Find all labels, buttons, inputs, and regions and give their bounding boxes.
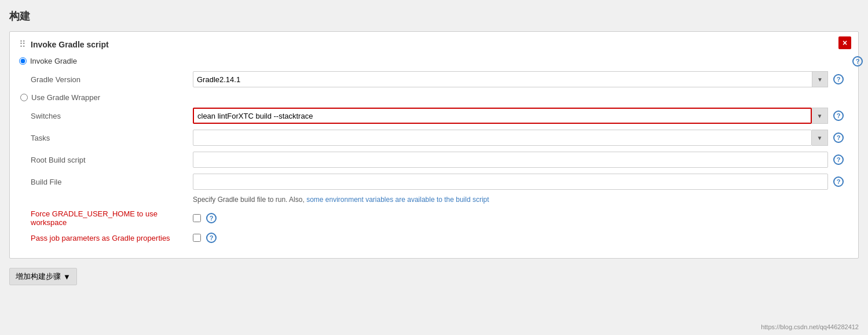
- use-gradle-wrapper-radio[interactable]: [20, 94, 28, 101]
- build-file-row: Build File ?: [19, 174, 849, 190]
- root-build-script-label: Root Build script: [19, 156, 193, 164]
- root-build-script-row: Root Build script ?: [19, 152, 849, 168]
- gradle-version-select-wrapper: Gradle2.14.1 ▼: [193, 71, 828, 87]
- switches-dropdown-btn[interactable]: ▼: [812, 108, 828, 124]
- tasks-input-wrapper: ▼: [193, 130, 828, 146]
- card-title: Invoke Gradle script: [31, 40, 109, 49]
- hint-text-link[interactable]: some environment variables are available…: [306, 196, 489, 204]
- tasks-help-icon[interactable]: ?: [833, 132, 844, 143]
- switches-help-icon[interactable]: ?: [833, 111, 844, 121]
- card-header: ⠿ Invoke Gradle script ×: [19, 39, 849, 50]
- gradle-version-help-wrapper: ?: [828, 74, 849, 84]
- pass-params-checkbox[interactable]: [193, 234, 201, 242]
- pass-params-help-wrapper: ?: [201, 233, 222, 243]
- page-title: 构建: [9, 9, 859, 23]
- pass-params-row: Pass job parameters as Gradle properties…: [19, 233, 849, 243]
- build-file-label: Build File: [19, 178, 193, 186]
- add-step-button[interactable]: 增加构建步骤 ▼: [9, 268, 77, 285]
- build-card: ⠿ Invoke Gradle script × Invoke Gradle ?…: [9, 31, 859, 259]
- switches-input[interactable]: [193, 108, 812, 124]
- pass-params-label: Pass job parameters as Gradle properties: [19, 234, 193, 242]
- invoke-gradle-label: Invoke Gradle: [30, 57, 77, 65]
- force-gradle-row: Force GRADLE_USER_HOME to use workspace …: [19, 209, 849, 227]
- add-step-label: 增加构建步骤: [16, 271, 61, 282]
- switches-control: ▼: [193, 108, 828, 124]
- gradle-version-label: Gradle Version: [19, 75, 193, 84]
- tasks-label: Tasks: [19, 134, 193, 142]
- build-file-help-wrapper: ?: [828, 176, 849, 187]
- switches-label: Switches: [19, 112, 193, 120]
- switches-row: Switches ▼ ?: [19, 108, 849, 124]
- build-file-input[interactable]: [193, 174, 828, 190]
- force-gradle-help-icon[interactable]: ?: [206, 213, 217, 223]
- hint-text-row: Specify Gradle build file to run. Also, …: [19, 196, 849, 204]
- invoke-gradle-radio-row: Invoke Gradle ?: [19, 57, 849, 65]
- close-button[interactable]: ×: [838, 36, 851, 49]
- use-gradle-wrapper-row: Use Gradle Wrapper: [19, 93, 849, 102]
- tasks-dropdown-btn[interactable]: ▼: [812, 130, 828, 146]
- root-build-script-help-wrapper: ?: [828, 154, 849, 165]
- gradle-version-control: Gradle2.14.1 ▼: [193, 71, 828, 87]
- build-card-outer: ⠿ Invoke Gradle script × Invoke Gradle ?…: [9, 31, 859, 259]
- build-file-help-icon[interactable]: ?: [833, 176, 844, 187]
- bottom-bar: 增加构建步骤 ▼: [9, 268, 859, 285]
- root-build-script-help-icon[interactable]: ?: [833, 154, 844, 165]
- force-gradle-label: Force GRADLE_USER_HOME to use workspace: [19, 209, 193, 227]
- drag-handle-icon: ⠿: [19, 39, 26, 50]
- add-step-arrow-icon: ▼: [63, 273, 71, 281]
- tasks-help-wrapper: ?: [828, 132, 849, 143]
- hint-text-static: Specify Gradle build file to run. Also,: [193, 196, 305, 204]
- force-gradle-help-wrapper: ?: [201, 213, 222, 223]
- invoke-gradle-help-icon[interactable]: ?: [852, 56, 863, 67]
- watermark: https://blog.csdn.net/qq446282412: [761, 323, 859, 330]
- force-gradle-checkbox[interactable]: [193, 214, 201, 222]
- root-build-script-input[interactable]: [193, 152, 828, 168]
- pass-params-help-icon[interactable]: ?: [206, 233, 217, 243]
- tasks-input[interactable]: [193, 130, 812, 146]
- switches-help-wrapper: ?: [828, 111, 849, 121]
- use-gradle-wrapper-label: Use Gradle Wrapper: [31, 93, 100, 102]
- gradle-version-select[interactable]: Gradle2.14.1: [193, 71, 828, 87]
- gradle-version-row: Gradle Version Gradle2.14.1 ▼ ?: [19, 71, 849, 87]
- root-build-script-control: [193, 152, 828, 168]
- switches-input-wrapper: ▼: [193, 108, 828, 124]
- tasks-control: ▼: [193, 130, 828, 146]
- invoke-gradle-radio[interactable]: [19, 57, 27, 65]
- build-file-control: [193, 174, 828, 190]
- gradle-version-help-icon[interactable]: ?: [833, 74, 844, 84]
- page-wrapper: 构建 ⠿ Invoke Gradle script × Invoke Gradl…: [0, 0, 868, 335]
- tasks-row: Tasks ▼ ?: [19, 130, 849, 146]
